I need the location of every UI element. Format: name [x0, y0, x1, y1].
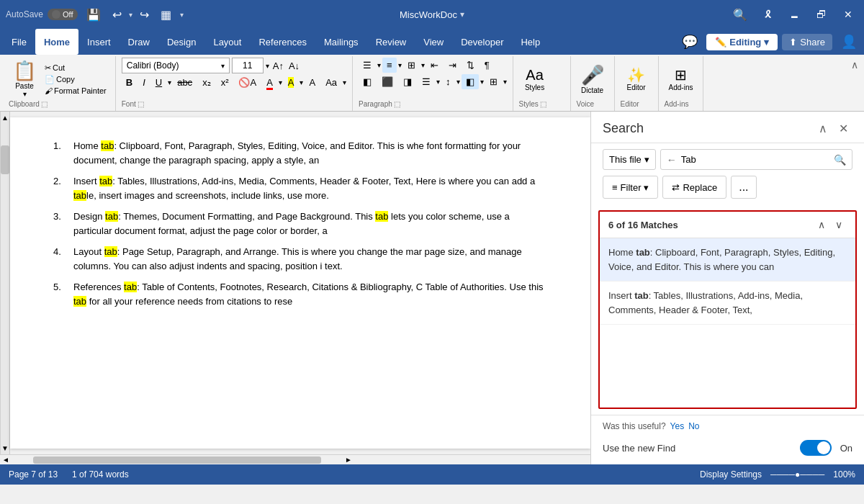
title-dropdown-icon[interactable]: ▾: [460, 9, 464, 19]
result-item-2[interactable]: Insert tab: Tables, Illustrations, Add-i…: [600, 282, 855, 325]
paste-btn[interactable]: 📋 Paste ▾: [9, 58, 40, 100]
font-size-selector[interactable]: 11: [232, 58, 264, 73]
vertical-scrollbar[interactable]: ▲ ▼: [0, 112, 10, 454]
case-btn[interactable]: Aa: [321, 75, 341, 90]
para-expand-icon[interactable]: ⬚: [394, 100, 400, 108]
menu-insert[interactable]: Insert: [78, 29, 120, 55]
subscript-btn[interactable]: x₂: [198, 75, 215, 90]
search-input[interactable]: [681, 154, 829, 165]
search-close-btn[interactable]: ✕: [834, 120, 852, 137]
cut-btn[interactable]: ✂ Cut: [42, 63, 109, 73]
case-dropdown[interactable]: ▾: [343, 78, 346, 86]
zoom-slider[interactable]: ────●────: [770, 469, 824, 480]
strikethrough-btn[interactable]: abc: [173, 75, 197, 90]
next-result-btn[interactable]: ∨: [831, 217, 847, 232]
font-expand-icon[interactable]: ⬚: [138, 100, 144, 108]
font-name-selector[interactable]: Calibri (Body) ▾: [122, 58, 230, 73]
result-item-1[interactable]: Home tab: Clipboard, Font, Paragraph, St…: [600, 238, 855, 282]
font-name-dropdown[interactable]: ▾: [221, 62, 225, 70]
copy-btn[interactable]: 📄 Copy: [42, 74, 109, 85]
underline-dropdown[interactable]: ▾: [168, 78, 171, 86]
restore-btn[interactable]: 🗗: [811, 7, 832, 22]
highlight-btn[interactable]: A: [284, 75, 299, 90]
toggle-switch[interactable]: [800, 440, 832, 456]
numbering-btn[interactable]: ≡: [382, 58, 397, 73]
shading-btn[interactable]: ◧: [462, 74, 479, 89]
increase-indent-btn[interactable]: ⇥: [444, 58, 461, 73]
multilevel-btn[interactable]: ⊞: [403, 58, 420, 73]
more-options-btn[interactable]: ...: [731, 176, 756, 199]
font-color-btn[interactable]: A: [262, 75, 277, 90]
replace-btn[interactable]: ⇄ Replace: [662, 176, 726, 199]
ribbon-icon[interactable]: 🎗: [759, 7, 778, 22]
bullets-btn[interactable]: ☰: [359, 58, 376, 73]
search-icon[interactable]: 🔍: [727, 6, 753, 23]
text-effects-btn[interactable]: A: [305, 75, 320, 90]
numbering-dropdown[interactable]: ▾: [398, 61, 402, 69]
menu-view[interactable]: View: [415, 29, 452, 55]
decrease-indent-btn[interactable]: ⇤: [426, 58, 443, 73]
styles-expand-icon[interactable]: ⬚: [540, 100, 546, 108]
align-left-btn[interactable]: ◧: [359, 74, 376, 89]
horizontal-scrollbar[interactable]: ◄ ►: [0, 454, 590, 464]
h-scrollbar-thumb[interactable]: [33, 456, 321, 464]
scroll-right-arrow[interactable]: ►: [343, 454, 354, 466]
borders-dropdown[interactable]: ▾: [503, 78, 507, 86]
prev-result-btn[interactable]: ∧: [814, 217, 829, 232]
profile-icon[interactable]: 👤: [837, 31, 861, 53]
redo-icon[interactable]: ↪: [137, 6, 152, 23]
bullets-dropdown[interactable]: ▾: [377, 61, 381, 69]
menu-review[interactable]: Review: [367, 29, 415, 55]
editor-btn[interactable]: ✨ Editor: [621, 64, 652, 94]
display-settings-btn[interactable]: Display Settings: [700, 469, 762, 480]
share-btn[interactable]: ⬆ Share: [782, 34, 832, 50]
close-btn[interactable]: ✕: [838, 7, 858, 22]
multilevel-dropdown[interactable]: ▾: [421, 61, 425, 69]
menu-references[interactable]: References: [250, 29, 315, 55]
spacing-dropdown[interactable]: ▾: [456, 78, 460, 86]
increase-font-btn[interactable]: A↑: [271, 59, 285, 73]
editing-mode-btn[interactable]: ✏️ Editing ▾: [706, 34, 778, 50]
dictate-btn[interactable]: 🎤 Dictate: [577, 62, 608, 96]
scope-dropdown-icon[interactable]: ▾: [644, 154, 649, 165]
align-dropdown[interactable]: ▾: [436, 78, 440, 86]
no-link[interactable]: No: [688, 421, 699, 431]
borders-btn[interactable]: ⊞: [485, 74, 502, 89]
sort-btn[interactable]: ⇅: [462, 58, 479, 73]
menu-mailings[interactable]: Mailings: [315, 29, 367, 55]
scope-selector[interactable]: This file ▾: [603, 149, 656, 170]
addins-btn[interactable]: ⊞ Add-ins: [665, 64, 698, 94]
scroll-up-arrow[interactable]: ▲: [0, 112, 11, 124]
scroll-left-arrow[interactable]: ◄: [0, 454, 12, 466]
menu-draw[interactable]: Draw: [120, 29, 158, 55]
bold-btn[interactable]: B: [122, 75, 137, 90]
back-arrow-icon[interactable]: ←: [667, 154, 677, 166]
shading-dropdown[interactable]: ▾: [480, 78, 484, 86]
menu-developer[interactable]: Developer: [452, 29, 512, 55]
align-right-btn[interactable]: ◨: [399, 74, 416, 89]
highlight-dropdown[interactable]: ▾: [300, 78, 303, 86]
autosave-toggle[interactable]: Off: [48, 9, 77, 20]
collapse-ribbon-btn[interactable]: ∧: [848, 56, 861, 111]
underline-btn[interactable]: U: [151, 75, 166, 90]
search-magnifier-icon[interactable]: 🔍: [834, 154, 846, 166]
decrease-font-btn[interactable]: A↓: [287, 59, 301, 73]
save-icon[interactable]: 💾: [82, 6, 105, 23]
format-painter-btn[interactable]: 🖌 Format Painter: [42, 86, 109, 96]
show-marks-btn[interactable]: ¶: [480, 58, 494, 73]
menu-help[interactable]: Help: [512, 29, 549, 55]
filter-btn[interactable]: ≡ Filter ▾: [603, 176, 658, 199]
menu-layout[interactable]: Layout: [204, 29, 250, 55]
minimize-btn[interactable]: 🗕: [783, 7, 805, 22]
italic-btn[interactable]: I: [138, 75, 150, 90]
filter-dropdown-icon[interactable]: ▾: [644, 182, 649, 193]
layout-icon[interactable]: ▦: [156, 6, 176, 23]
scrollbar-thumb[interactable]: [1, 145, 9, 174]
styles-btn[interactable]: Aa Styles: [519, 65, 551, 94]
search-collapse-btn[interactable]: ∧: [814, 120, 832, 137]
align-center-btn[interactable]: ⬛: [377, 74, 397, 89]
clipboard-expand-icon[interactable]: ⬚: [41, 100, 48, 108]
paste-dropdown[interactable]: ▾: [23, 90, 27, 98]
layout-dropdown-icon[interactable]: ▾: [180, 11, 184, 19]
scroll-down-arrow[interactable]: ▼: [0, 442, 11, 454]
